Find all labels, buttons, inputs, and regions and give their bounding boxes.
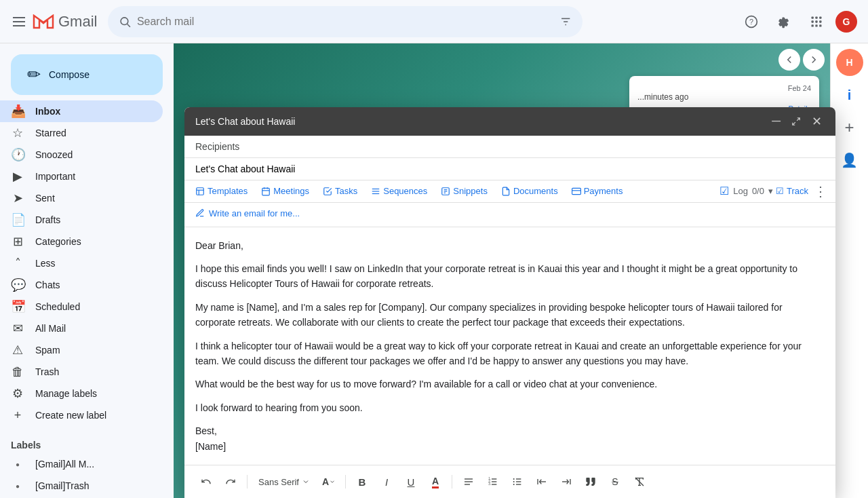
redo-icon (225, 476, 236, 487)
snippets-button[interactable]: Snippets (435, 183, 493, 199)
sidebar-item-starred[interactable]: ☆ Starred (0, 122, 163, 144)
indent-decrease-button[interactable] (531, 471, 553, 493)
bg-email-text: ...minutes ago (637, 92, 811, 102)
sidebar-item-important[interactable]: ▶ Important (0, 166, 163, 187)
sidebar-item-gmail-trash[interactable]: ● [Gmail]Trash (0, 475, 163, 497)
font-size-button[interactable]: A (318, 471, 340, 493)
indent-increase-button[interactable] (555, 471, 577, 493)
documents-icon (501, 187, 511, 196)
svg-rect-19 (262, 188, 270, 195)
indent-decrease-icon (536, 476, 547, 487)
minimize-button[interactable]: ─ (769, 113, 783, 130)
italic-icon: I (385, 476, 388, 488)
labels-heading: Labels (0, 429, 174, 453)
sidebar-item-less[interactable]: ˄ Less (0, 252, 163, 274)
starred-icon: ☆ (11, 126, 24, 140)
svg-rect-9 (819, 16, 821, 18)
sidebar-item-create-label[interactable]: + Create new label (0, 404, 163, 426)
remove-format-icon (634, 476, 645, 487)
documents-button[interactable]: Documents (496, 183, 564, 199)
svg-point-0 (121, 17, 129, 24)
compose-subject-row (184, 158, 835, 180)
sequences-button[interactable]: Sequences (366, 183, 433, 199)
more-options-button[interactable]: ⋮ (811, 183, 830, 199)
font-family-label: Sans Serif (258, 477, 299, 487)
sidebar-item-gmail-all-mail[interactable]: ● [Gmail]All M... (0, 453, 163, 475)
svg-rect-15 (819, 24, 821, 26)
align-button[interactable] (458, 471, 479, 493)
svg-text:3.: 3. (488, 482, 491, 486)
add-panel-icon[interactable]: + (836, 114, 863, 141)
to-input[interactable] (245, 141, 825, 152)
payments-button[interactable]: Payments (566, 183, 629, 199)
ordered-list-button[interactable]: 1. 2. 3. (482, 471, 504, 493)
right-panel: H i + 👤 (830, 43, 868, 498)
settings-icon[interactable] (770, 8, 797, 35)
sidebar-item-categories[interactable]: ⊞ Categories (0, 231, 163, 252)
undo-button[interactable] (195, 471, 217, 493)
text-color-button[interactable]: A (425, 471, 446, 493)
strikethrough-button[interactable]: S (604, 471, 626, 493)
documents-label: Documents (513, 186, 558, 196)
write-email-row: Write an email for me... (184, 203, 835, 227)
sidebar-item-inbox[interactable]: 📥 Inbox (0, 100, 163, 122)
topbar-right: ? G (738, 8, 857, 35)
sidebar-item-snoozed[interactable]: 🕐 Snoozed (0, 144, 163, 166)
gmail-logo-text: Gmail (58, 13, 97, 31)
help-icon[interactable]: ? (738, 8, 765, 35)
sidebar-item-manage-labels[interactable]: ⚙ Manage labels (0, 383, 163, 404)
sidebar-item-sent[interactable]: ➤ Sent (0, 187, 163, 209)
search-input[interactable] (137, 16, 554, 28)
sidebar-item-spam[interactable]: ⚠ Spam (0, 339, 163, 361)
tasks-button[interactable]: Tasks (317, 183, 363, 199)
tasks-label: Tasks (335, 186, 357, 196)
filter-icon[interactable] (559, 15, 572, 28)
unordered-list-button[interactable] (507, 471, 528, 493)
svg-rect-14 (815, 24, 817, 26)
body-sign: Best,[Name] (195, 423, 825, 454)
bold-button[interactable]: B (351, 471, 373, 493)
close-button[interactable]: ✕ (809, 113, 825, 130)
gmail-all-mail-icon: ● (11, 461, 24, 468)
next-arrow[interactable] (803, 49, 825, 71)
font-family-selector[interactable]: Sans Serif (253, 474, 315, 490)
apps-icon[interactable] (803, 8, 830, 35)
log-dropdown-icon[interactable]: ▾ (768, 186, 773, 196)
redo-button[interactable] (220, 471, 241, 493)
manage-labels-icon: ⚙ (11, 386, 24, 401)
write-email-icon (195, 208, 205, 218)
remove-format-button[interactable] (629, 471, 650, 493)
italic-button[interactable]: I (376, 471, 397, 493)
underline-button[interactable]: U (400, 471, 422, 493)
svg-point-46 (513, 484, 515, 485)
less-icon: ˄ (11, 256, 24, 271)
sidebar: ✏ Compose 📥 Inbox ☆ Starred 🕐 Snoozed ▶ … (0, 43, 174, 498)
info-panel-icon[interactable]: i (836, 81, 863, 109)
menu-icon[interactable] (11, 14, 27, 30)
prev-arrow[interactable] (778, 49, 800, 71)
svg-rect-11 (815, 20, 817, 22)
person-panel-icon[interactable]: 👤 (836, 147, 863, 174)
sidebar-item-trash[interactable]: 🗑 Trash (0, 361, 163, 383)
avatar[interactable]: G (835, 11, 857, 33)
svg-point-44 (513, 478, 515, 480)
sidebar-item-drafts[interactable]: 📄 Drafts (0, 209, 163, 231)
compose-button[interactable]: ✏ Compose (11, 54, 163, 95)
templates-button[interactable]: Templates (190, 183, 253, 199)
sidebar-item-all-mail[interactable]: ✉ All Mail (0, 318, 163, 339)
write-email-button[interactable]: Write an email for me... (190, 206, 305, 221)
meetings-button[interactable]: Meetings (256, 183, 315, 199)
gmail-logo: Gmail (33, 13, 97, 31)
sidebar-item-label: Inbox (35, 106, 152, 117)
svg-rect-13 (812, 24, 814, 26)
hubspot-icon[interactable]: H (836, 49, 863, 76)
sidebar-item-scheduled[interactable]: 📅 Scheduled (0, 296, 163, 318)
sidebar-item-chats[interactable]: 💬 Chats (0, 274, 163, 296)
quote-button[interactable] (580, 471, 601, 493)
subject-input[interactable] (195, 164, 825, 174)
maximize-button[interactable] (789, 113, 804, 130)
search-bar[interactable] (108, 6, 583, 37)
compose-header[interactable]: Let's Chat about Hawaii ─ ✕ (184, 107, 835, 136)
categories-icon: ⊞ (11, 234, 24, 249)
compose-body[interactable]: Dear Brian, I hope this email finds you … (184, 227, 835, 465)
